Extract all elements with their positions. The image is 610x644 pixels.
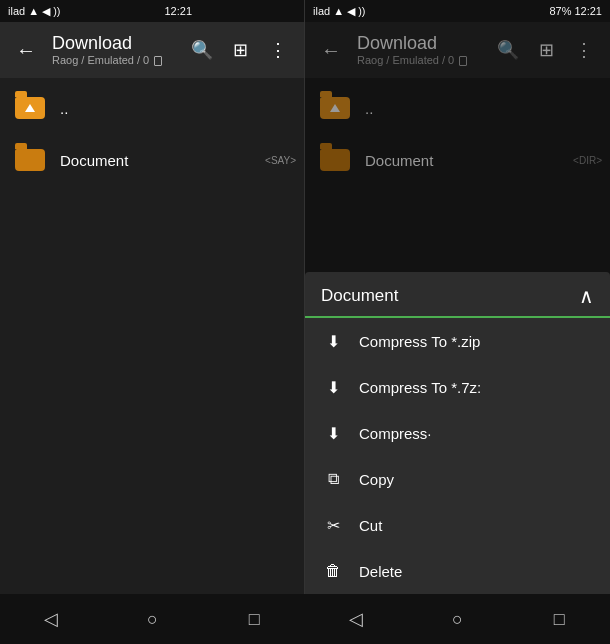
- left-nav-panel: ◁ ○ □: [0, 594, 305, 644]
- left-nav-home-button[interactable]: ○: [128, 595, 176, 643]
- context-menu-header: Document ∧: [305, 272, 610, 318]
- left-nav-recent-icon: □: [249, 609, 260, 630]
- delete-label: Delete: [359, 563, 402, 580]
- context-menu-item-compress-zip[interactable]: ⬇ Compress To *.zip: [305, 318, 610, 364]
- delete-icon: 🗑: [321, 562, 345, 580]
- left-grid-button[interactable]: ⊞: [222, 32, 258, 68]
- left-grid-icon: ⊞: [233, 39, 248, 61]
- compress-zip-label: Compress To *.zip: [359, 333, 480, 350]
- left-title-group: Download Raog / Emulated / 0: [48, 33, 180, 68]
- left-file-item-parent[interactable]: ..: [0, 82, 304, 134]
- cut-icon: ✂: [321, 516, 345, 535]
- context-menu-item-compress[interactable]: ⬇ Compress·: [305, 410, 610, 456]
- right-status-right: 87% 12:21: [549, 5, 602, 17]
- left-toolbar: ← Download Raog / Emulated / 0 🔍 ⊞ ⋮: [0, 22, 304, 78]
- compress-label: Compress·: [359, 425, 432, 442]
- copy-icon: ⧉: [321, 470, 345, 488]
- right-nav-recent-button[interactable]: □: [535, 595, 583, 643]
- left-nav-back-icon: ◁: [44, 608, 58, 630]
- context-menu-close-button[interactable]: ∧: [579, 284, 594, 308]
- context-menu-item-compress-7z[interactable]: ⬇ Compress To *.7z:: [305, 364, 610, 410]
- left-nav-recent-button[interactable]: □: [230, 595, 278, 643]
- left-file-list: .. Document <SAY>: [0, 78, 304, 594]
- right-nav-recent-icon: □: [554, 609, 565, 630]
- left-back-button[interactable]: ←: [8, 32, 44, 68]
- context-menu-item-delete[interactable]: 🗑 Delete: [305, 548, 610, 594]
- context-menu: Document ∧ ⬇ Compress To *.zip ⬇ Compres…: [305, 272, 610, 594]
- left-document-badge: <SAY>: [265, 155, 296, 166]
- right-nav-panel: ◁ ○ □: [305, 594, 610, 644]
- left-back-icon: ←: [16, 39, 36, 62]
- right-nav-back-button[interactable]: ◁: [332, 595, 380, 643]
- right-status-left: ilad ▲ ◀ )): [313, 5, 366, 18]
- context-menu-item-copy[interactable]: ⧉ Copy: [305, 456, 610, 502]
- left-more-icon: ⋮: [269, 39, 287, 61]
- left-nav-back-button[interactable]: ◁: [27, 595, 75, 643]
- compress-zip-icon: ⬇: [321, 332, 345, 351]
- left-parent-folder-icon: [12, 90, 48, 126]
- left-search-icon: 🔍: [191, 39, 213, 61]
- right-nav-home-button[interactable]: ○: [433, 595, 481, 643]
- left-toolbar-actions: 🔍 ⊞ ⋮: [184, 32, 296, 68]
- compress-7z-icon: ⬇: [321, 378, 345, 397]
- context-menu-item-cut[interactable]: ✂ Cut: [305, 502, 610, 548]
- copy-label: Copy: [359, 471, 394, 488]
- right-nav-back-icon: ◁: [349, 608, 363, 630]
- left-parent-folder-name: ..: [60, 100, 292, 117]
- nav-bar: ◁ ○ □ ◁ ○ □: [0, 594, 610, 644]
- left-document-folder-icon: [12, 142, 48, 178]
- compress-icon: ⬇: [321, 424, 345, 443]
- left-status-time: 12:21: [164, 5, 192, 17]
- context-menu-title: Document: [321, 286, 398, 306]
- left-document-folder-name: Document: [60, 152, 292, 169]
- left-search-button[interactable]: 🔍: [184, 32, 220, 68]
- left-status-left: ilad ▲ ◀ )): [8, 5, 61, 18]
- left-more-button[interactable]: ⋮: [260, 32, 296, 68]
- left-file-item-document[interactable]: Document <SAY>: [0, 134, 304, 186]
- left-nav-home-icon: ○: [147, 609, 158, 630]
- right-nav-home-icon: ○: [452, 609, 463, 630]
- left-subtitle: Raog / Emulated / 0: [52, 54, 180, 67]
- left-title: Download: [52, 33, 180, 55]
- cut-label: Cut: [359, 517, 382, 534]
- left-sd-icon: [154, 56, 162, 66]
- compress-7z-label: Compress To *.7z:: [359, 379, 481, 396]
